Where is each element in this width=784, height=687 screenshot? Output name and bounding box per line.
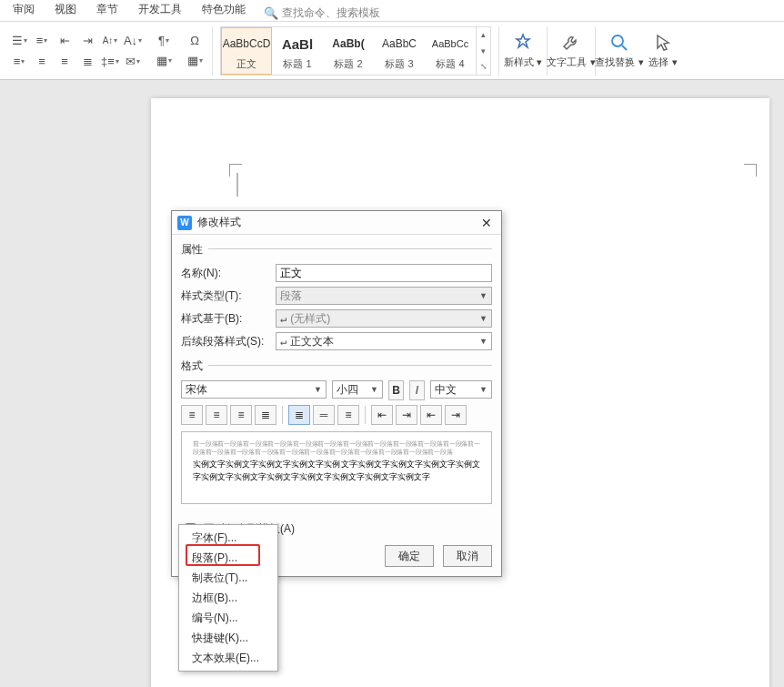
find-replace-button[interactable]: 查找替换 ▾ [598, 32, 641, 69]
type-label: 样式类型(T): [181, 288, 270, 304]
text-tools-button[interactable]: 文字工具 ▾ [549, 32, 593, 69]
para-marks-button[interactable]: ¶ [154, 32, 174, 50]
wps-logo-icon: W [177, 216, 192, 230]
line-spacing-button[interactable]: ‡≡ [100, 52, 120, 70]
bold-button[interactable]: B [388, 380, 404, 400]
tab-view[interactable]: 视图 [45, 0, 85, 21]
tab-chapter[interactable]: 章节 [87, 0, 127, 21]
search-placeholder: 查找命令、搜索模板 [282, 5, 380, 21]
chevron-down-icon: ▼ [479, 291, 487, 300]
preview-sample: 实例文字实例文字实例文字实例文字实例文字实例文字实例文字实例文字实例文字实例文字… [193, 459, 480, 483]
menu-font[interactable]: 字体(F)... [179, 528, 277, 548]
dialog-titlebar[interactable]: W 修改样式 ✕ [172, 211, 501, 235]
cancel-button[interactable]: 取消 [443, 545, 492, 567]
justify-btn[interactable]: ≣ [288, 405, 310, 425]
next-combo[interactable]: ↵正文文本▼ [276, 332, 492, 350]
indent-dec-button[interactable]: ⇤ [55, 31, 75, 49]
modify-style-dialog: W 修改样式 ✕ 属性 名称(N): 样式类型(T): 段落▼ 样式基于(B):… [171, 210, 502, 577]
name-label: 名称(N): [181, 266, 270, 281]
chevron-down-icon: ▼ [314, 385, 322, 394]
align-right-button[interactable]: ≡ [55, 52, 75, 70]
new-style-button[interactable]: 新样式 ▾ [501, 32, 545, 69]
preview-before: 前一段落前一段落前一段落前一段落前一段落前一段落前一段落前一段落前一段落前一段落… [193, 439, 480, 456]
command-search[interactable]: 🔍 查找命令、搜索模板 [264, 5, 380, 21]
styles-expand[interactable]: ⤡ [477, 59, 490, 75]
align-justify-button[interactable]: ≣ [77, 52, 97, 70]
tab-features[interactable]: 特色功能 [193, 0, 255, 21]
ok-button[interactable]: 确定 [385, 545, 434, 567]
tab-review[interactable]: 审阅 [4, 0, 44, 21]
styles-down[interactable]: ▾ [477, 43, 490, 58]
menu-texteffect[interactable]: 文本效果(E)... [179, 648, 277, 668]
chevron-down-icon: ▼ [479, 314, 487, 323]
return-icon: ↵ [280, 335, 286, 348]
based-combo[interactable]: ↵(无样式)▼ [276, 309, 492, 328]
styles-more: ▴ ▾ ⤡ [476, 27, 490, 75]
align-center-btn[interactable]: ≡ [206, 405, 227, 425]
indent-inc-button[interactable]: ⇥ [77, 31, 97, 49]
type-combo: 段落▼ [276, 287, 492, 305]
indent-r2-btn[interactable]: ⇥ [445, 405, 467, 425]
spacing-tight-btn[interactable]: ═ [313, 405, 335, 425]
chevron-down-icon: ▼ [479, 337, 487, 346]
align-center-button[interactable]: ≡ [32, 52, 52, 70]
style-heading2[interactable]: AaBb( 标题 2 [323, 27, 374, 75]
menu-tabs[interactable]: 制表位(T)... [179, 568, 277, 588]
italic-button[interactable]: I [409, 380, 425, 400]
styles-up[interactable]: ▴ [477, 27, 490, 43]
borders-button[interactable]: ▦ [154, 52, 174, 70]
cursor-icon [652, 32, 674, 54]
align-right-btn[interactable]: ≡ [230, 405, 252, 425]
tools-col: Ω ▦ [179, 24, 210, 77]
wrench-icon [560, 32, 582, 54]
magnifier-icon [608, 32, 630, 54]
close-icon[interactable]: ✕ [477, 214, 496, 232]
style-heading3[interactable]: AaBbC 标题 3 [374, 27, 425, 75]
style-heading4[interactable]: AaBbCc 标题 4 [425, 27, 476, 75]
align-left-button[interactable]: ≡ [9, 52, 29, 70]
indent-l1-btn[interactable]: ⇤ [371, 405, 393, 425]
style-normal[interactable]: AaBbCcD 正文 [221, 27, 272, 75]
table-button[interactable]: ▦ [185, 52, 205, 70]
chevron-down-icon: ▼ [370, 385, 378, 394]
align-dist-btn[interactable]: ≣ [255, 405, 276, 425]
section-format: 格式 [181, 359, 203, 374]
styles-gallery: AaBbCcD 正文 AaBl 标题 1 AaBb( 标题 2 AaBbC 标题… [215, 24, 497, 77]
text-cursor [236, 173, 238, 197]
svg-point-0 [612, 35, 623, 46]
style-heading1[interactable]: AaBl 标题 1 [272, 27, 323, 75]
size-combo[interactable]: 小四▼ [332, 380, 383, 399]
section-properties: 属性 [181, 242, 203, 258]
numbering-button[interactable]: ≡ [32, 31, 52, 49]
indent-l2-btn[interactable]: ⇥ [396, 405, 417, 425]
next-label: 后续段落样式(S): [181, 334, 270, 349]
text-scale-button[interactable]: A↕ [100, 31, 120, 49]
new-style-icon [512, 32, 534, 54]
lang-combo[interactable]: 中文▼ [430, 380, 492, 399]
dialog-title: 修改样式 [197, 215, 241, 230]
return-icon: ↵ [280, 312, 286, 325]
paragraph-group: ☰ ≡ ⇤ ⇥ A↕ A↓ ≡ ≡ ≡ ≣ ‡≡ ✉ [4, 24, 148, 77]
menu-shortcut[interactable]: 快捷键(K)... [179, 628, 277, 648]
ribbon-tabs: 审阅 视图 章节 开发工具 特色功能 🔍 查找命令、搜索模板 [0, 0, 784, 22]
menu-paragraph[interactable]: 段落(P)... [179, 548, 277, 568]
preview-box: 前一段落前一段落前一段落前一段落前一段落前一段落前一段落前一段落前一段落前一段落… [181, 431, 492, 504]
symbol-button[interactable]: Ω [185, 32, 205, 50]
sort-button[interactable]: A↓ [123, 31, 143, 49]
ribbon: ☰ ≡ ⇤ ⇥ A↕ A↓ ≡ ≡ ≡ ≣ ‡≡ ✉ ¶ ▦ Ω ▦ AaBbC… [0, 22, 784, 80]
tab-devtools[interactable]: 开发工具 [129, 0, 191, 21]
format-dropdown-menu: 字体(F)... 段落(P)... 制表位(T)... 边框(B)... 编号(… [178, 524, 278, 672]
misc-group: ¶ ▦ [148, 24, 179, 77]
chevron-down-icon: ▼ [479, 385, 487, 394]
align-left-btn[interactable]: ≡ [181, 405, 203, 425]
bullets-button[interactable]: ☰ [9, 31, 29, 49]
font-combo[interactable]: 宋体▼ [181, 380, 327, 399]
indent-r1-btn[interactable]: ⇤ [420, 405, 442, 425]
menu-numbering[interactable]: 编号(N)... [179, 608, 277, 628]
menu-border[interactable]: 边框(B)... [179, 588, 277, 608]
select-button[interactable]: 选择 ▾ [641, 32, 685, 69]
name-input[interactable] [276, 264, 492, 282]
spacing-loose-btn[interactable]: ≡ [337, 405, 359, 425]
margin-corner-tl [229, 164, 242, 177]
shading-button[interactable]: ✉ [123, 52, 143, 70]
